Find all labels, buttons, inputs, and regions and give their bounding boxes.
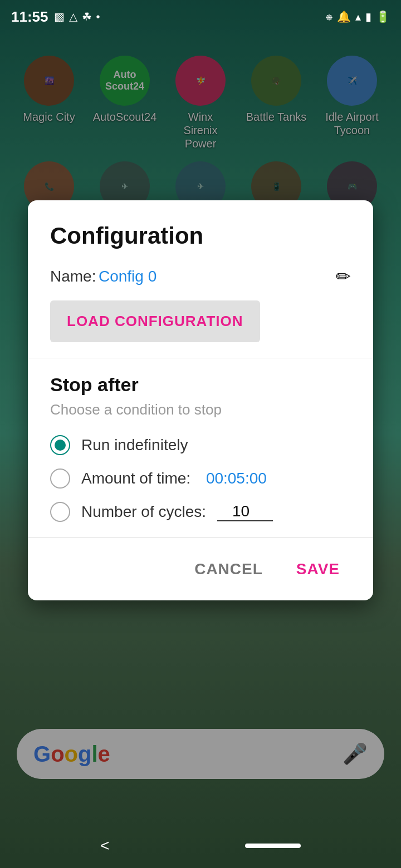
back-button[interactable]: < (100, 837, 109, 855)
radio-label-run-indefinitely: Run indefinitely (81, 436, 188, 454)
status-left: 11:55 ▩ △ ☘ • (11, 8, 100, 26)
save-button[interactable]: SAVE (285, 555, 351, 584)
name-value: Config 0 (99, 268, 157, 285)
status-bar: 11:55 ▩ △ ☘ • ⎈ 🔔 ▴ ▮ 🔋 (0, 0, 401, 33)
status-time: 11:55 (11, 8, 48, 26)
status-right: ⎈ 🔔 ▴ ▮ 🔋 (326, 10, 390, 23)
configuration-dialog: Configuration Name: Config 0 ✏ LOAD CONF… (28, 200, 373, 600)
alert-icon: △ (69, 10, 77, 23)
dot-icon: • (96, 11, 100, 23)
vibrate-icon: 🔔 (337, 10, 351, 23)
radio-run-indefinitely[interactable]: Run indefinitely (50, 435, 351, 455)
name-row: Name: Config 0 ✏ (50, 266, 351, 287)
divider-1 (28, 358, 373, 358)
name-label: Name: (50, 268, 96, 285)
radio-number-of-cycles[interactable]: Number of cycles: (50, 502, 351, 522)
game-icon: ☘ (82, 10, 92, 23)
message-icon: ▩ (54, 10, 65, 23)
radio-circle-run-indefinitely[interactable] (50, 435, 70, 455)
signal-icon: ▮ (365, 10, 371, 23)
wifi-icon: ▴ (355, 10, 361, 23)
cycles-input[interactable] (217, 502, 273, 521)
home-indicator[interactable] (245, 844, 301, 848)
status-icons: ▩ △ ☘ • (54, 10, 100, 23)
radio-label-number-of-cycles: Number of cycles: (81, 503, 206, 521)
stop-after-subtitle: Choose a condition to stop (50, 401, 351, 418)
nav-bar: < (0, 823, 401, 868)
radio-circle-amount-of-time[interactable] (50, 468, 70, 489)
radio-label-amount-of-time: Amount of time: (81, 470, 195, 487)
radio-value-amount-of-time: 00:05:00 (206, 470, 267, 487)
edit-icon[interactable]: ✏ (336, 266, 351, 287)
stop-after-title: Stop after (50, 374, 351, 396)
battery-icon: 🔋 (376, 10, 390, 23)
bluetooth-icon: ⎈ (326, 11, 332, 23)
name-field: Name: Config 0 (50, 268, 157, 285)
radio-amount-of-time[interactable]: Amount of time: 00:05:00 (50, 468, 351, 489)
dialog-title: Configuration (50, 223, 351, 249)
load-configuration-button[interactable]: LOAD CONFIGURATION (50, 300, 260, 342)
cancel-button[interactable]: CANCEL (183, 555, 274, 584)
dialog-actions: CANCEL SAVE (50, 538, 351, 600)
radio-group: Run indefinitely Amount of time: 00:05:0… (50, 435, 351, 522)
radio-circle-number-of-cycles[interactable] (50, 502, 70, 522)
